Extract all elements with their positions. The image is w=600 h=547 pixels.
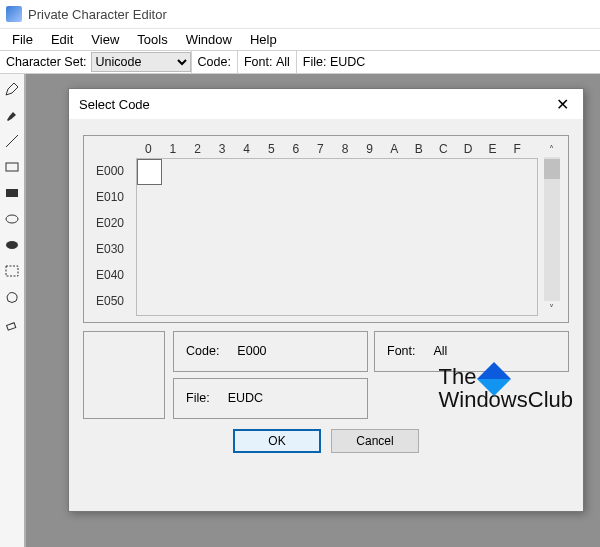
code-cell[interactable]	[412, 289, 437, 315]
code-cell[interactable]	[337, 263, 362, 289]
code-cell[interactable]	[437, 263, 462, 289]
pencil-icon[interactable]	[3, 80, 21, 98]
code-cell[interactable]	[187, 159, 212, 185]
code-cell[interactable]	[162, 289, 187, 315]
code-cell[interactable]	[262, 289, 287, 315]
code-cell[interactable]	[287, 263, 312, 289]
code-cell[interactable]	[337, 211, 362, 237]
code-cell[interactable]	[312, 263, 337, 289]
menu-edit[interactable]: Edit	[43, 30, 81, 49]
code-cell[interactable]	[262, 211, 287, 237]
code-cell[interactable]	[412, 185, 437, 211]
code-cell[interactable]	[487, 263, 512, 289]
menu-tools[interactable]: Tools	[129, 30, 175, 49]
code-cell[interactable]	[437, 289, 462, 315]
menu-view[interactable]: View	[83, 30, 127, 49]
code-cell[interactable]	[462, 211, 487, 237]
code-cell[interactable]	[287, 237, 312, 263]
code-cell[interactable]	[337, 185, 362, 211]
code-cell[interactable]	[512, 211, 537, 237]
code-cell[interactable]	[287, 185, 312, 211]
code-cell[interactable]	[337, 159, 362, 185]
code-cell[interactable]	[162, 159, 187, 185]
code-cell[interactable]	[362, 263, 387, 289]
code-cell[interactable]	[187, 211, 212, 237]
code-cell[interactable]	[462, 159, 487, 185]
code-cell[interactable]	[512, 263, 537, 289]
code-cell[interactable]	[237, 289, 262, 315]
menu-window[interactable]: Window	[178, 30, 240, 49]
code-cell[interactable]	[237, 185, 262, 211]
code-cell[interactable]	[387, 185, 412, 211]
menu-file[interactable]: File	[4, 30, 41, 49]
code-cell[interactable]	[412, 159, 437, 185]
code-cell[interactable]	[412, 237, 437, 263]
dialog-titlebar[interactable]: Select Code ✕	[69, 89, 583, 119]
code-cell[interactable]	[437, 237, 462, 263]
code-grid[interactable]	[136, 158, 538, 316]
code-cell[interactable]	[487, 185, 512, 211]
code-cell[interactable]	[362, 185, 387, 211]
code-cell[interactable]	[462, 289, 487, 315]
code-cell[interactable]	[312, 211, 337, 237]
code-cell[interactable]	[137, 263, 162, 289]
code-cell[interactable]	[262, 185, 287, 211]
brush-icon[interactable]	[3, 106, 21, 124]
code-cell[interactable]	[162, 211, 187, 237]
line-icon[interactable]	[3, 132, 21, 150]
code-cell[interactable]	[337, 289, 362, 315]
code-cell[interactable]	[437, 185, 462, 211]
code-cell[interactable]	[462, 237, 487, 263]
charset-select[interactable]: Unicode	[91, 52, 191, 72]
code-cell[interactable]	[287, 289, 312, 315]
code-cell[interactable]	[462, 185, 487, 211]
ellipse-fill-icon[interactable]	[3, 236, 21, 254]
code-cell[interactable]	[137, 237, 162, 263]
code-cell[interactable]	[512, 185, 537, 211]
code-cell[interactable]	[362, 211, 387, 237]
code-cell[interactable]	[387, 237, 412, 263]
grid-scrollbar[interactable]: ˄ ˅	[544, 142, 561, 316]
code-cell[interactable]	[237, 211, 262, 237]
code-cell[interactable]	[137, 159, 162, 185]
code-cell[interactable]	[162, 263, 187, 289]
code-cell[interactable]	[212, 211, 237, 237]
code-cell[interactable]	[287, 211, 312, 237]
code-cell[interactable]	[487, 237, 512, 263]
code-cell[interactable]	[212, 185, 237, 211]
code-cell[interactable]	[387, 211, 412, 237]
code-cell[interactable]	[262, 159, 287, 185]
code-cell[interactable]	[137, 211, 162, 237]
scroll-up-icon[interactable]: ˄	[549, 142, 554, 157]
select-free-icon[interactable]	[3, 288, 21, 306]
code-cell[interactable]	[337, 237, 362, 263]
code-cell[interactable]	[137, 289, 162, 315]
code-cell[interactable]	[387, 159, 412, 185]
code-cell[interactable]	[312, 159, 337, 185]
code-cell[interactable]	[487, 211, 512, 237]
code-cell[interactable]	[187, 289, 212, 315]
code-cell[interactable]	[262, 263, 287, 289]
code-cell[interactable]	[312, 237, 337, 263]
code-cell[interactable]	[137, 185, 162, 211]
cancel-button[interactable]: Cancel	[331, 429, 419, 453]
rect-outline-icon[interactable]	[3, 158, 21, 176]
code-cell[interactable]	[212, 289, 237, 315]
code-cell[interactable]	[412, 263, 437, 289]
code-cell[interactable]	[312, 289, 337, 315]
code-cell[interactable]	[387, 289, 412, 315]
code-cell[interactable]	[412, 211, 437, 237]
code-cell[interactable]	[187, 237, 212, 263]
code-cell[interactable]	[237, 263, 262, 289]
code-cell[interactable]	[512, 159, 537, 185]
code-cell[interactable]	[262, 237, 287, 263]
code-cell[interactable]	[512, 289, 537, 315]
code-cell[interactable]	[212, 263, 237, 289]
code-cell[interactable]	[487, 159, 512, 185]
scroll-down-icon[interactable]: ˅	[549, 301, 554, 316]
code-cell[interactable]	[512, 237, 537, 263]
scroll-thumb[interactable]	[544, 159, 560, 179]
code-cell[interactable]	[387, 263, 412, 289]
code-cell[interactable]	[362, 289, 387, 315]
code-cell[interactable]	[362, 159, 387, 185]
